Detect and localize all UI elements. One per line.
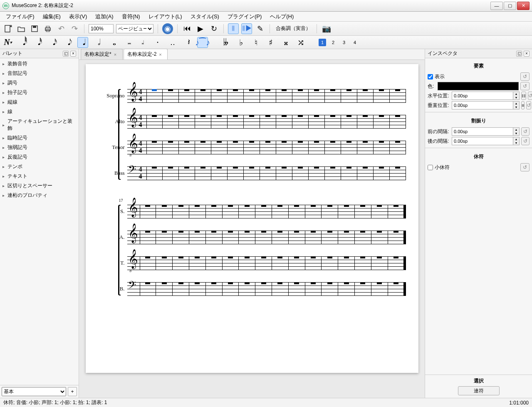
measure[interactable] (140, 282, 156, 295)
whole-rest[interactable] (200, 89, 205, 91)
measure[interactable] (371, 205, 388, 218)
whole-rest[interactable] (377, 231, 382, 233)
voice-3-button[interactable]: 3 (340, 39, 348, 46)
natural-button[interactable]: ♮ (250, 37, 261, 48)
palette-item[interactable]: ▸テンポ (0, 162, 79, 171)
whole-rest[interactable] (379, 166, 384, 169)
tie-button[interactable]: ♪⁀♪ (197, 37, 208, 48)
whole-rest[interactable] (294, 256, 299, 258)
measure[interactable] (211, 89, 228, 102)
measure[interactable] (211, 115, 228, 128)
duration-quarter-button[interactable]: 𝅘𝅥 (77, 37, 88, 48)
measure[interactable] (272, 205, 289, 218)
measure[interactable] (309, 89, 325, 102)
whole-rest[interactable] (344, 282, 349, 284)
whole-rest[interactable] (360, 231, 365, 233)
whole-rest[interactable] (168, 166, 173, 169)
menu-item[interactable]: 音符(N) (118, 12, 144, 22)
whole-rest[interactable] (360, 205, 365, 207)
measure[interactable] (179, 141, 195, 154)
measure[interactable] (309, 115, 325, 128)
flat-button[interactable]: ♭ (235, 37, 246, 48)
measure[interactable] (260, 115, 276, 128)
measure[interactable] (189, 205, 206, 218)
measure[interactable] (195, 89, 211, 102)
measure[interactable] (371, 231, 388, 244)
concert-pitch-toggle[interactable]: 合奏調（実音） (274, 25, 312, 32)
staff[interactable]: 𝄢 (127, 282, 406, 295)
palette-item[interactable]: ▸装飾音符 (0, 59, 79, 69)
menu-item[interactable]: 追加(A) (91, 12, 117, 22)
palette-item[interactable]: ▸拍子記号 (0, 88, 79, 97)
whole-rest[interactable] (228, 205, 233, 207)
measure[interactable] (357, 141, 374, 154)
metronome-button[interactable]: ◉ (162, 23, 173, 34)
vpos-down[interactable]: ▼ (513, 105, 519, 109)
color-swatch[interactable] (438, 82, 519, 90)
whole-rest[interactable] (395, 166, 400, 169)
whole-rest[interactable] (145, 205, 150, 207)
whole-rest[interactable] (311, 231, 316, 233)
leading-down[interactable]: ▼ (513, 132, 519, 135)
whole-rest[interactable] (298, 89, 303, 91)
whole-rest[interactable] (152, 141, 157, 143)
measure[interactable] (211, 141, 228, 154)
measure[interactable] (309, 141, 325, 154)
whole-rest[interactable] (282, 166, 287, 169)
whole-rest[interactable] (393, 205, 398, 207)
whole-rest[interactable] (168, 141, 173, 143)
measure[interactable] (228, 115, 244, 128)
measure[interactable] (163, 141, 179, 154)
measure[interactable] (341, 141, 357, 154)
whole-rest[interactable] (393, 282, 398, 284)
undo-button[interactable]: ↶ (56, 23, 67, 34)
double-dot-button[interactable]: ‥ (167, 37, 178, 48)
rest-button[interactable]: 𝄽 (182, 37, 193, 48)
trailing-down[interactable]: ▼ (513, 141, 519, 145)
whole-rest[interactable] (393, 256, 398, 258)
duration-half-button[interactable]: 𝅗𝅥 (92, 37, 103, 48)
measure[interactable] (163, 89, 179, 102)
whole-rest[interactable] (200, 141, 205, 143)
whole-rest[interactable] (314, 166, 319, 169)
whole-rest[interactable] (298, 115, 303, 117)
measure[interactable] (255, 256, 272, 270)
flip-direction-button[interactable]: ⤮ (295, 37, 306, 48)
measure[interactable] (325, 89, 341, 102)
whole-rest[interactable] (265, 89, 270, 91)
whole-rest[interactable] (217, 89, 222, 91)
whole-rest[interactable] (395, 141, 400, 143)
measure[interactable] (195, 166, 211, 180)
measure[interactable] (260, 166, 276, 180)
measure[interactable] (260, 89, 276, 102)
print-button[interactable] (42, 23, 53, 34)
whole-rest[interactable] (363, 115, 368, 117)
image-capture-button[interactable]: 📷 (321, 23, 332, 34)
document-tab[interactable]: 名称未設定-2× (124, 49, 168, 60)
menu-item[interactable]: 編集(E) (39, 12, 65, 22)
palette-item[interactable]: ▸線 (0, 107, 79, 117)
whole-rest[interactable] (145, 256, 150, 258)
whole-rest[interactable] (211, 282, 216, 284)
measure[interactable] (156, 205, 173, 218)
rewind-button[interactable]: ⏮ (182, 23, 193, 34)
whole-rest[interactable] (277, 282, 282, 284)
whole-rest[interactable] (211, 231, 216, 233)
measure[interactable] (244, 166, 260, 180)
whole-rest[interactable] (330, 115, 335, 117)
whole-rest[interactable] (195, 256, 200, 258)
measure[interactable] (371, 282, 388, 295)
measure[interactable] (255, 205, 272, 218)
palette-add-button[interactable]: + (68, 387, 77, 396)
measure[interactable] (322, 282, 338, 295)
whole-rest[interactable] (162, 205, 167, 207)
whole-rest[interactable] (178, 231, 183, 233)
whole-rest[interactable] (168, 115, 173, 117)
measure[interactable] (146, 141, 163, 154)
measure[interactable] (357, 89, 374, 102)
whole-rest[interactable] (330, 89, 335, 91)
palette-item[interactable]: ▸連桁のプロパティ (0, 191, 79, 200)
whole-rest[interactable] (228, 256, 233, 258)
measure[interactable] (322, 231, 338, 244)
measure[interactable] (292, 115, 309, 128)
